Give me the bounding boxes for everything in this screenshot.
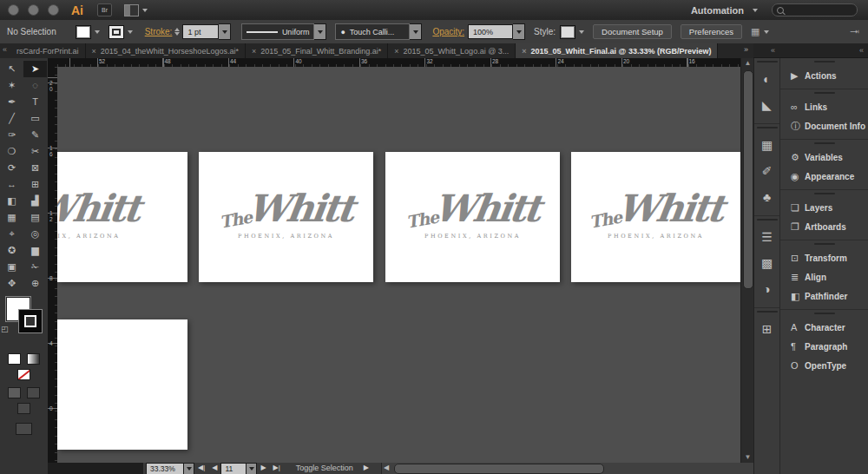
zoom-tool[interactable]: ⊕ [23,275,47,292]
close-tab-icon[interactable]: × [252,47,256,56]
puppet-warp-tool[interactable]: ⊞ [23,176,47,193]
stroke-color-swatch[interactable] [19,310,42,332]
search-input[interactable] [772,3,858,16]
pencil-tool[interactable]: ✎ [23,127,47,143]
next-artboard-button[interactable]: ▶ [260,464,266,471]
hand-tool[interactable]: ✥ [0,275,23,292]
type-tool[interactable]: T [23,94,47,110]
last-artboard-button[interactable]: ▶| [273,464,280,471]
color-panel-icon[interactable]: ◐ [754,66,779,92]
artboard[interactable]: TheWhittPHOENIX, ARIZONA [199,152,373,282]
chevron-down-icon[interactable] [128,30,133,34]
zoom-level-field[interactable]: 33.33% [146,463,184,474]
artboard-number-dropdown[interactable] [247,463,257,474]
panel-tab-character[interactable]: ACharacter [780,318,868,337]
icon-strip-header[interactable]: « [753,43,779,58]
fill-swatch[interactable] [76,25,91,39]
group-grip-handle[interactable] [757,61,778,63]
horizontal-ruler[interactable]: 52484440363228242016 [57,58,740,67]
gradient-tool[interactable]: ▤ [23,209,47,226]
preferences-button[interactable]: Preferences [681,24,742,39]
panel-tab-transform[interactable]: ⊡Transform [780,248,868,267]
chevron-down-icon[interactable] [579,30,584,34]
first-artboard-button[interactable]: ◀| [198,464,205,471]
align-objects-icon[interactable]: ▦ [751,26,760,37]
panel-tab-links[interactable]: ∞Links [780,97,868,116]
panel-tab-opentype[interactable]: OOpenType [780,356,868,375]
tab-overflow-icon[interactable]: » [744,43,753,58]
default-fill-stroke-icon[interactable]: ◰ [1,325,9,333]
slice-tool[interactable]: ✁ [23,259,47,275]
pen-tool[interactable]: ✒ [0,94,23,110]
tab-collapse-icon[interactable]: « [0,43,10,58]
zoom-level-dropdown[interactable] [184,463,194,474]
artboard-tool[interactable]: ▣ [0,259,23,275]
brush-definition-caret[interactable] [410,23,422,40]
document-tab[interactable]: rsCard-ForPrint.ai [10,43,86,58]
panel-tab-pathfinder[interactable]: ◧Pathfinder [780,286,868,306]
selection-tool[interactable]: ↖ [0,61,23,77]
color-guide-panel-icon[interactable]: ◣ [754,92,779,118]
panel-tab-layers[interactable]: ❏Layers [780,198,868,217]
stroke-panel-icon[interactable]: ☰ [754,224,779,250]
chevron-down-icon[interactable] [95,30,100,34]
horizontal-scrollbar[interactable]: ◀ [381,463,753,474]
free-transform-tool[interactable]: ⊠ [23,160,47,176]
stroke-weight-field[interactable]: 1 pt [182,24,219,39]
close-tab-icon[interactable]: × [394,47,398,56]
opacity-link[interactable]: Opacity: [432,27,464,36]
variable-width-caret[interactable] [314,23,326,40]
rectangle-tool[interactable]: ▭ [23,110,47,127]
rotate-tool[interactable]: ⟳ [0,160,23,176]
document-setup-button[interactable]: Document Setup [593,24,672,39]
lasso-tool[interactable]: ◌ [23,77,47,94]
vertical-scrollbar-thumb[interactable] [743,70,753,289]
panel-tab-document-info[interactable]: ⓘDocument Info [780,116,868,135]
blend-tool[interactable]: ◎ [23,226,47,242]
vertical-scrollbar[interactable]: ▲ ▼ [740,58,753,463]
group-grip-handle[interactable] [814,61,835,63]
stroke-weight-stepper[interactable] [174,28,180,36]
mesh-tool[interactable]: ▦ [0,209,23,226]
graph-tool[interactable]: ▟ [23,193,47,209]
opacity-caret[interactable] [513,23,525,40]
gradient-panel-icon[interactable]: ▩ [754,250,779,276]
navigator-panel-icon[interactable]: ⊞ [754,316,779,342]
close-tab-icon[interactable]: × [92,47,96,56]
swatches-panel-icon[interactable]: ▦ [754,132,779,158]
vertical-ruler[interactable]: 2 01 61 2840 [48,67,57,463]
window-zoom-button[interactable] [48,4,59,16]
status-display-caret[interactable]: ▶ [364,464,369,471]
panel-tab-paragraph[interactable]: ¶Paragraph [780,337,868,356]
stroke-weight-dropdown[interactable] [219,23,231,40]
direct-selection-tool[interactable]: ➤ [23,61,47,77]
bridge-icon[interactable]: Br [97,3,112,16]
magic-wand-tool[interactable]: ✶ [0,77,23,94]
group-grip-handle[interactable] [814,92,835,94]
symbol-sprayer-tool[interactable]: ✪ [0,242,23,259]
artboard[interactable]: TheWhittPHOENIX, ARIZONA [385,152,560,282]
screen-mode-button[interactable] [16,423,32,435]
panel-tab-appearance[interactable]: ◉Appearance [780,167,868,186]
draw-normal-button[interactable] [8,387,21,398]
artboard[interactable]: TheWhittPHOENIX, ARIZONA [57,152,187,282]
panel-tab-variables[interactable]: ⚙Variables [780,148,868,167]
arrange-documents-button[interactable] [124,4,148,16]
window-close-button[interactable] [8,4,19,16]
previous-artboard-button[interactable]: ◀ [212,464,217,471]
document-tab[interactable]: ×2015_04_theWhitt_HorseshoeLogos.ai* [86,43,246,58]
brushes-panel-icon[interactable]: ✐ [754,158,779,184]
panel-tab-artboards[interactable]: ❐Artboards [780,217,868,236]
draw-behind-button[interactable] [27,387,40,398]
stroke-swatch[interactable] [108,25,124,39]
group-grip-handle[interactable] [757,219,778,221]
stroke-link[interactable]: Stroke: [145,27,173,36]
group-grip-handle[interactable] [814,313,835,314]
width-tool[interactable]: ↔ [0,176,23,193]
artboard-number-field[interactable]: 11 [220,463,247,474]
chevron-down-icon[interactable] [764,30,769,34]
document-tab[interactable]: ×2015_05_Whitt_Final.ai @ 33.33% (RGB/Pr… [516,43,718,58]
group-grip-handle[interactable] [814,142,835,144]
group-grip-handle[interactable] [814,193,835,194]
brush-definition-dropdown[interactable]: ● Touch Calli... [335,23,410,40]
